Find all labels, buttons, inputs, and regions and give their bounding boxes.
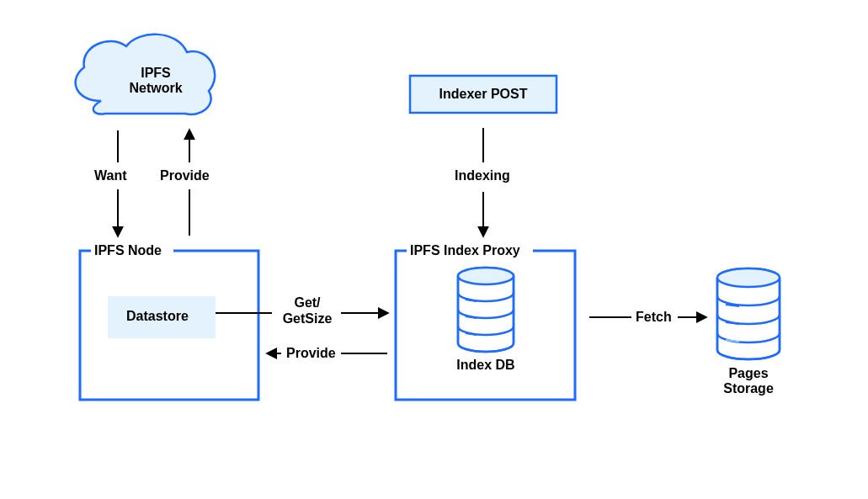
svg-line-10: [726, 322, 739, 324]
ipfs-network-label: IPFS Network: [118, 66, 194, 96]
ipfs-node-box: [80, 251, 258, 400]
svg-line-11: [726, 340, 739, 342]
pages-storage-label-line2: Storage: [723, 381, 774, 395]
edge-get-line1: Get/: [294, 295, 320, 310]
svg-line-4: [466, 300, 477, 301]
pages-storage-label: Pages Storage: [715, 366, 782, 396]
ipfs-network-label-line1: IPFS: [141, 66, 171, 80]
database-icon: [458, 268, 514, 352]
svg-line-5: [466, 316, 477, 318]
edge-indexing-label: Indexing: [455, 168, 510, 183]
svg-line-6: [466, 333, 477, 335]
ipfs-index-proxy-title: IPFS Index Proxy: [410, 243, 520, 258]
edge-get-getsize-label: Get/ GetSize: [278, 295, 337, 326]
svg-point-8: [717, 268, 780, 287]
edge-get-line2: GetSize: [283, 311, 333, 326]
edge-fetch-label: Fetch: [636, 310, 672, 325]
ipfs-node-title: IPFS Node: [94, 243, 162, 258]
architecture-diagram: IPFS Network IPFS Node Datastore Indexer…: [0, 0, 868, 499]
datastore-label: Datastore: [126, 309, 189, 324]
svg-point-7: [717, 268, 780, 287]
edge-want-label: Want: [94, 168, 127, 183]
ipfs-network-label-line2: Network: [129, 81, 182, 95]
index-db-label: Index DB: [452, 358, 519, 373]
edge-provide-up-label: Provide: [160, 168, 210, 183]
indexer-post-label: Indexer POST: [410, 87, 556, 102]
svg-point-2: [458, 268, 514, 284]
svg-point-3: [458, 268, 514, 284]
svg-line-9: [726, 305, 739, 306]
storage-icon: [717, 268, 780, 359]
edge-provide-left-label: Provide: [286, 346, 336, 361]
pages-storage-label-line1: Pages: [728, 366, 768, 380]
ipfs-index-proxy-box: [396, 251, 575, 400]
